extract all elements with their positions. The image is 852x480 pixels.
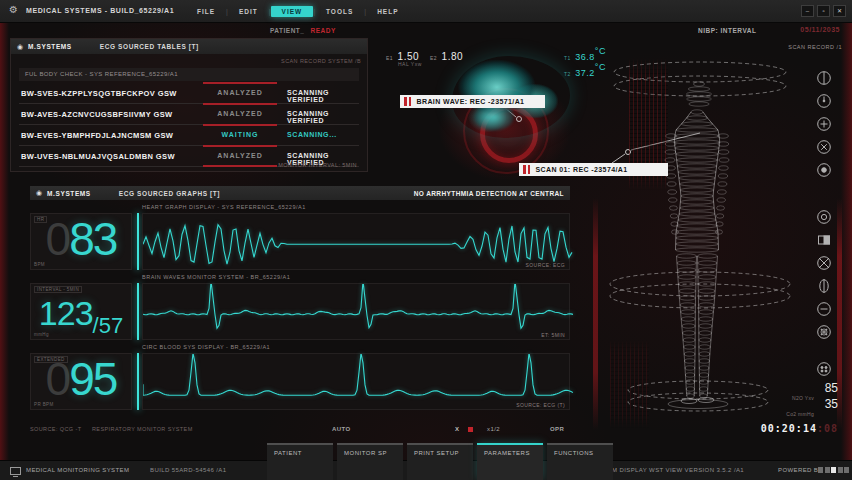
table-row[interactable]: BW-SVES-KZPPLYSQGTBFCKPOV GSWANALYZEDSCA…: [19, 83, 359, 104]
tool-rail: [816, 70, 832, 377]
tab-monitor-sp[interactable]: MONITOR SP: [337, 443, 403, 480]
menu-item-help[interactable]: HELP: [366, 6, 409, 17]
vital-pad: 0: [46, 213, 70, 265]
menu-item-edit[interactable]: EDIT: [228, 6, 269, 17]
maximize-icon[interactable]: ▫: [817, 5, 830, 17]
full-body-check-label: FUL BODY CHECK - SYS REFERENCE_65229/A1: [19, 68, 359, 81]
minimize-icon[interactable]: –: [801, 5, 814, 17]
co2-label: Co2 mmHg: [786, 402, 814, 420]
row-code: BW-EVES-YBMPHFDJLAJNCMSM GSW: [21, 131, 173, 140]
scan-texture-lower: [610, 340, 649, 428]
timer-frames: :08: [817, 423, 838, 434]
tab-functions[interactable]: FUNCTIONS: [547, 443, 613, 480]
row-status: ANALYZED: [207, 89, 273, 96]
respiratory-label: RESPIRATORY MONITOR SYSTEM: [92, 426, 193, 432]
vital-unit-label: mmHg: [34, 332, 49, 337]
row-status: ANALYZED: [207, 152, 273, 159]
wave-corner-label: SOURCE: ECG (T): [516, 402, 565, 408]
vital-value: 123/57: [31, 282, 131, 339]
target-icon: ◉: [36, 189, 42, 197]
vital-unit-label: BPM: [34, 262, 45, 267]
patient-status: READY: [310, 27, 335, 34]
waveform-display: SOURCE: ECG: [142, 213, 570, 270]
circle-cross-icon[interactable]: [816, 139, 832, 155]
bottom-tabs: PATIENTMONITOR SPPRINT SETUPPARAMETERSFU…: [267, 443, 613, 480]
row-code: BW-SVES-KZPPLYSQGTBFCKPOV GSW: [21, 89, 177, 98]
date-label: 05/11/2035: [800, 26, 840, 33]
monitor-interval-label: MONITOR INTERVAL: 5MIN: [278, 162, 357, 168]
target-icon: ◉: [17, 43, 23, 51]
graphs-panel-header: ◉ M.SYSTEMS ECG SOURCED GRAPHS [T] NO AR…: [30, 186, 570, 200]
version-label: M DISPLAY WST VIEW VERSION 3.5.2 /A1: [612, 467, 744, 473]
graph-sections: HEART GRAPH DISPLAY - SYS REFERENCE_6522…: [30, 202, 570, 410]
tab-print-setup[interactable]: PRINT SETUP: [407, 443, 473, 480]
co2-value: 35: [825, 397, 838, 411]
build-label: BUILD 55ARD-54546 /A1: [150, 467, 226, 473]
wave-corner-label: SOURCE: ECG: [526, 262, 565, 268]
graphs-panel-title: ECG SOURCED GRAPHS [T]: [119, 190, 220, 197]
scale-ratio[interactable]: x1/2: [487, 426, 500, 432]
scan-beam-right: [837, 198, 842, 430]
circle-dots-icon[interactable]: [816, 361, 832, 377]
wave-cursor: [137, 283, 139, 340]
tables-panel-header: ◉ M.SYSTEMS ECG SOURCED TABLES [T]: [11, 39, 367, 54]
body-scan-tag[interactable]: SCAN 01: REC -23574/A1: [519, 163, 668, 176]
source-label: SOURCE: QCG -T: [30, 426, 81, 432]
menu-item-view[interactable]: VIEW: [271, 6, 314, 17]
t2-readout: T2 37.2°C: [564, 62, 606, 80]
status-divider: [203, 124, 277, 126]
tab-patient[interactable]: PATIENT: [267, 443, 333, 480]
x-marker[interactable]: X: [455, 426, 459, 432]
status-divider: [203, 103, 277, 105]
vital-unit-label: PR BPM: [34, 402, 54, 407]
row-status: WAITING: [207, 131, 273, 138]
nibp-label: NIBP: INTERVAL: [698, 27, 756, 34]
n2o-value: 85: [825, 381, 838, 395]
app-name: MEDICAL MONITORING SYSTEM: [26, 467, 129, 473]
vital-pad: 0: [46, 353, 70, 405]
menu: FILE|EDIT|VIEW|TOOLS|HELP: [186, 0, 409, 22]
table-row[interactable]: BW-AVES-AZCNVCUGSBFSIIVMY GSWANALYZEDSCA…: [19, 104, 359, 125]
circle-x-icon[interactable]: [816, 255, 832, 271]
close-icon[interactable]: ✕: [833, 5, 846, 17]
scan-record-system-label: SCAN RECORD SYSTEM /B: [281, 58, 361, 64]
circle-target-icon[interactable]: [816, 209, 832, 225]
scan-record-label: SCAN RECORD /1: [788, 44, 842, 50]
status-divider: [203, 165, 277, 167]
circle-grid-icon[interactable]: [816, 324, 832, 340]
wave-cursor: [137, 353, 139, 410]
circle-line-icon[interactable]: [816, 70, 832, 86]
window-controls: – ▫ ✕: [801, 5, 846, 17]
vital-number: 83: [69, 213, 116, 265]
auto-toggle[interactable]: AUTO: [332, 426, 351, 432]
circle-minus-icon[interactable]: [816, 301, 832, 317]
wave-cursor: [137, 213, 139, 270]
status-divider: [203, 82, 277, 84]
graphs-footer: SOURCE: QCG -T RESPIRATORY MONITOR SYSTE…: [30, 424, 570, 436]
ellipse-line-icon[interactable]: [816, 278, 832, 294]
vital-value: 095: [31, 352, 131, 409]
menu-item-tools[interactable]: TOOLS: [315, 6, 364, 17]
circle-clock-icon[interactable]: [816, 93, 832, 109]
graph-section: CIRC BLOOD SYS DISPLAY - BR_65229/A1EXTE…: [30, 342, 570, 410]
vital-sub-number: /57: [93, 313, 124, 338]
split-view-icon[interactable]: [816, 232, 832, 248]
circle-plus-icon[interactable]: [816, 116, 832, 132]
titlebar: ⚙ MEDICAL SYSTEMS - BUILD_65229/A1 FILE|…: [0, 0, 852, 23]
circle-record-icon[interactable]: [816, 162, 832, 178]
vital-readout: EXTENDED095PR BPM: [30, 353, 132, 410]
window-title: MEDICAL SYSTEMS - BUILD_65229/A1: [26, 7, 174, 14]
menu-item-file[interactable]: FILE: [186, 6, 226, 17]
patient-label: PATIENT_READY: [270, 27, 336, 34]
arrhythmia-status: NO ARRHYTHMIA DETECTION AT CENTRAL: [414, 190, 564, 197]
brain-wave-tag[interactable]: BRAIN WAVE: REC -23571/A1: [400, 95, 545, 108]
opr-label[interactable]: OPR: [550, 426, 564, 432]
graph-section-title: CIRC BLOOD SYS DISPLAY - BR_65229/A1: [142, 342, 570, 353]
table-row[interactable]: BW-EVES-YBMPHFDJLAJNCMSM GSWWAITINGSCANN…: [19, 125, 359, 146]
row-code: BW-UVES-NBLMUAJVQSALDMBN GSW: [21, 152, 175, 161]
tab-parameters[interactable]: PARAMETERS: [477, 443, 543, 480]
ecg-tables-panel: ◉ M.SYSTEMS ECG SOURCED TABLES [T] SCAN …: [10, 38, 368, 172]
status-divider: [203, 145, 277, 147]
row-code: BW-AVES-AZCNVCUGSBFSIIVMY GSW: [21, 110, 173, 119]
medical-dashboard: ⚙ MEDICAL SYSTEMS - BUILD_65229/A1 FILE|…: [0, 0, 852, 480]
